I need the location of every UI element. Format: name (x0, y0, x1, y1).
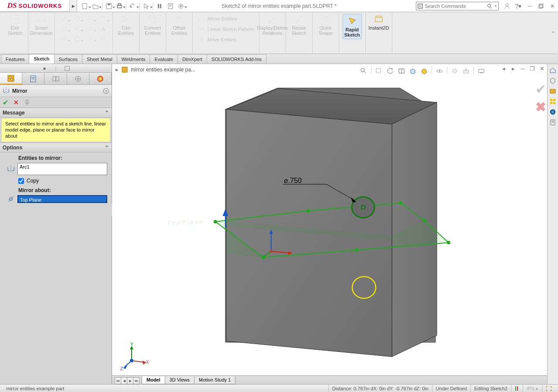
save-button[interactable] (104, 1, 114, 11)
ribbon-collapse-button[interactable]: ⌃ (550, 13, 556, 54)
task-library-icon[interactable] (548, 87, 557, 95)
smart-dimension-button[interactable]: Smart Dimension (32, 14, 51, 36)
task-home-icon[interactable] (548, 66, 557, 74)
search-icon[interactable] (486, 3, 493, 9)
task-custom-props-icon[interactable] (548, 118, 557, 127)
select-button[interactable] (141, 1, 152, 11)
zoom-fit-button[interactable] (359, 67, 368, 75)
trim-entities-button[interactable]: Trim Entities (116, 14, 136, 36)
pm-options-header[interactable]: Options⌃ (0, 143, 112, 152)
tab-features[interactable]: Features (1, 54, 29, 64)
help-button[interactable]: ?▾ (513, 0, 524, 12)
status-units[interactable]: IPS ▴ (523, 385, 542, 392)
copy-checkbox[interactable]: Copy (18, 178, 107, 184)
status-rebuild-icon[interactable] (511, 385, 523, 392)
tab-weldments[interactable]: Weldments (117, 54, 150, 64)
quick-snaps-button[interactable]: Quick Snaps (316, 14, 335, 36)
rebuild-button[interactable] (155, 1, 165, 11)
linear-pattern-button[interactable]: Linear Sketch Pattern (196, 24, 255, 34)
pm-cancel-button[interactable]: ✕ (14, 99, 19, 106)
tab-addins[interactable]: SOLIDWORKS Add-Ins (207, 54, 266, 64)
crumb-arrow-icon[interactable]: ▶ (116, 68, 119, 72)
task-resources-icon[interactable] (548, 76, 557, 85)
display-delete-relations-button[interactable]: Display/Delete Relations (263, 14, 282, 36)
tab-dimxpert-mgr[interactable] (67, 73, 89, 84)
tab-evaluate[interactable]: Evaluate (150, 54, 178, 64)
offset-entities-button[interactable]: Offset Entities (170, 14, 189, 36)
prev-view-button[interactable] (385, 67, 395, 75)
entities-listbox[interactable]: Arc1 (17, 163, 107, 175)
task-view-palette-icon[interactable] (548, 97, 557, 106)
mirror-about-listbox[interactable]: Top Plane (17, 195, 107, 203)
ellipse-tool[interactable] (85, 24, 96, 34)
line-tool[interactable] (58, 14, 70, 24)
plane-tool[interactable] (98, 34, 109, 44)
search-commands[interactable]: ▾ (416, 2, 499, 10)
spline-tool[interactable] (85, 14, 96, 24)
rapid-sketch-button[interactable]: Rapid Sketch (343, 14, 362, 39)
zoom-area-button[interactable] (374, 67, 384, 75)
convert-entities-button[interactable]: Convert Entities (143, 14, 162, 36)
task-appearances-icon[interactable] (548, 108, 557, 116)
circle-tool[interactable] (71, 14, 83, 24)
search-dropdown[interactable]: ▾ (493, 4, 499, 8)
view-tab-motion[interactable]: Motion Study 1 (194, 376, 235, 384)
options-button[interactable] (176, 1, 186, 11)
tab-sketch[interactable]: Sketch (29, 54, 54, 64)
pm-pin-button[interactable] (24, 99, 30, 105)
view-tab-3dviews[interactable]: 3D Views (165, 376, 194, 384)
menu-expand-button[interactable]: ▶ (70, 0, 77, 12)
file-props-button[interactable] (165, 1, 176, 11)
view-tab-model[interactable]: Model (142, 376, 165, 384)
open-button[interactable] (90, 1, 101, 11)
tab-sheet-metal[interactable]: Sheet Metal (82, 54, 117, 64)
hide-show-button[interactable] (435, 67, 444, 75)
tab-feature-tree[interactable] (0, 73, 22, 84)
minimize-button[interactable]: ─ (524, 0, 535, 12)
arc-tool[interactable] (71, 24, 83, 34)
new-button[interactable] (80, 1, 90, 11)
point-tool[interactable] (85, 34, 96, 44)
view-settings-button[interactable] (476, 67, 486, 75)
text-tool[interactable]: A (98, 24, 109, 34)
panel-dot-icon[interactable]: ● (40, 65, 49, 72)
panel-list-icon[interactable] (63, 65, 71, 72)
win-close-button[interactable]: ✕ (538, 65, 545, 72)
fillet-tool[interactable] (98, 14, 109, 24)
edit-appearance-button[interactable] (450, 67, 459, 75)
close-button[interactable]: ✕ (547, 0, 558, 12)
tab-property-mgr[interactable] (22, 73, 44, 84)
instant2d-button[interactable]: Instant2D (369, 14, 388, 30)
pm-message-header[interactable]: Message⌃ (0, 108, 112, 118)
display-style-button[interactable] (419, 67, 429, 75)
section-view-button[interactable] (397, 67, 406, 75)
tab-last-button[interactable]: ⏭ (133, 377, 140, 384)
crumb-text[interactable]: mirror entities example pa... (131, 67, 195, 73)
tab-next-button[interactable]: ▶ (127, 377, 133, 384)
mirror-entities-button[interactable]: Mirror Entities (196, 14, 239, 24)
pm-ok-button[interactable]: ✔ (3, 98, 8, 107)
tab-dimxpert[interactable]: DimXpert (177, 54, 207, 64)
tab-first-button[interactable]: ⏮ (115, 377, 121, 384)
graphics-area[interactable]: T o p P l a n e (112, 75, 547, 375)
search-flyout-icon[interactable] (416, 3, 424, 9)
repair-sketch-button[interactable]: Repair Sketch (289, 14, 309, 36)
win-prev-button[interactable]: ◂ (500, 65, 507, 72)
win-next-button[interactable]: ▸ (510, 65, 517, 72)
apply-scene-button[interactable] (461, 67, 471, 75)
win-minimize-button[interactable]: ─ (519, 65, 526, 72)
slot-tool[interactable] (58, 34, 70, 44)
pm-help-button[interactable]: ? (103, 88, 109, 94)
polygon-tool[interactable] (71, 34, 83, 44)
search-input[interactable] (424, 3, 486, 9)
print-button[interactable] (114, 1, 125, 11)
rectangle-tool[interactable] (58, 24, 70, 34)
status-fullscreen-icon[interactable] (542, 385, 555, 392)
maximize-button[interactable] (535, 0, 547, 12)
undo-button[interactable] (128, 1, 138, 11)
tab-prev-button[interactable]: ◀ (121, 377, 127, 384)
move-entities-button[interactable]: Move Entities (196, 35, 238, 44)
tab-display-mgr[interactable] (89, 73, 112, 84)
view-orient-button[interactable] (408, 67, 418, 75)
exit-sketch-button[interactable]: Exit Sketch (5, 14, 24, 36)
